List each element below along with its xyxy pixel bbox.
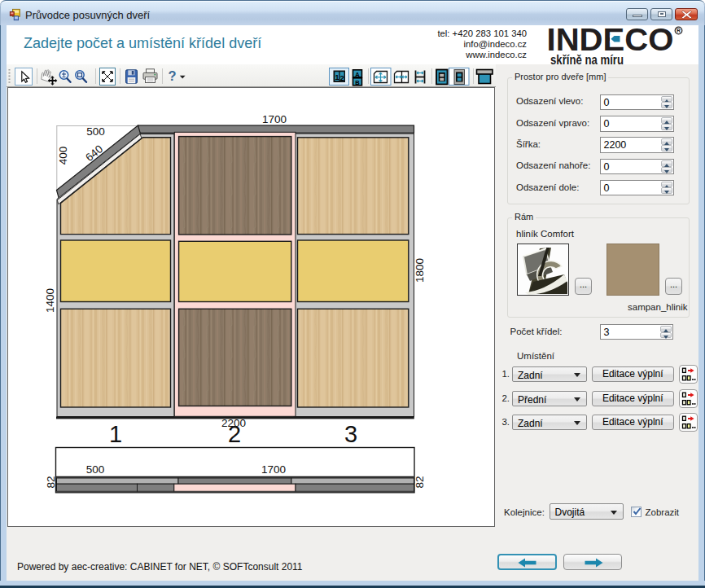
svg-text:2: 2	[228, 421, 241, 447]
svg-text:B: B	[355, 79, 360, 86]
svg-text:A: A	[355, 71, 360, 78]
svg-text:1700: 1700	[262, 113, 287, 125]
svg-text:R: R	[677, 28, 681, 33]
svg-text:82: 82	[45, 476, 57, 488]
svg-text:2: 2	[340, 74, 344, 82]
svg-text:1800: 1800	[414, 258, 426, 283]
svg-text:500: 500	[86, 463, 105, 476]
svg-text:1700: 1700	[261, 463, 286, 476]
svg-text:1: 1	[109, 421, 122, 447]
svg-text:1: 1	[335, 73, 339, 81]
svg-text:1400: 1400	[44, 288, 56, 313]
svg-text:82: 82	[414, 476, 426, 488]
svg-text:?: ?	[168, 68, 176, 83]
svg-text:500: 500	[86, 125, 105, 138]
svg-text:400: 400	[57, 147, 69, 165]
svg-text:skříně na míru: skříně na míru	[550, 53, 624, 67]
svg-text:3: 3	[344, 421, 357, 447]
